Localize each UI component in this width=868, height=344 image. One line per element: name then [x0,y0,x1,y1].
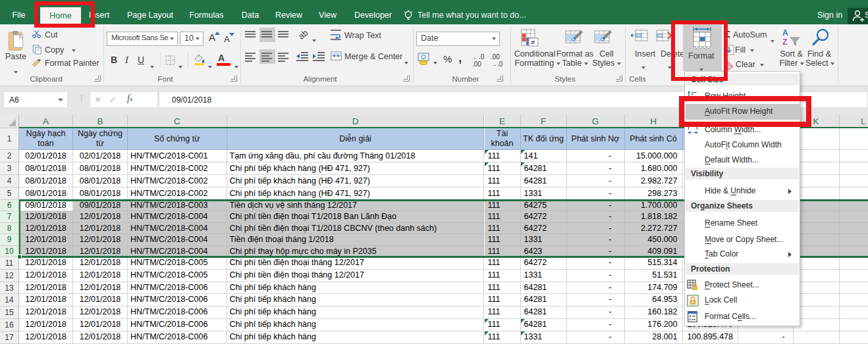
svg-text:A: A [782,28,788,37]
svg-text:Z: Z [782,37,787,47]
svg-text:≠: ≠ [531,38,535,46]
